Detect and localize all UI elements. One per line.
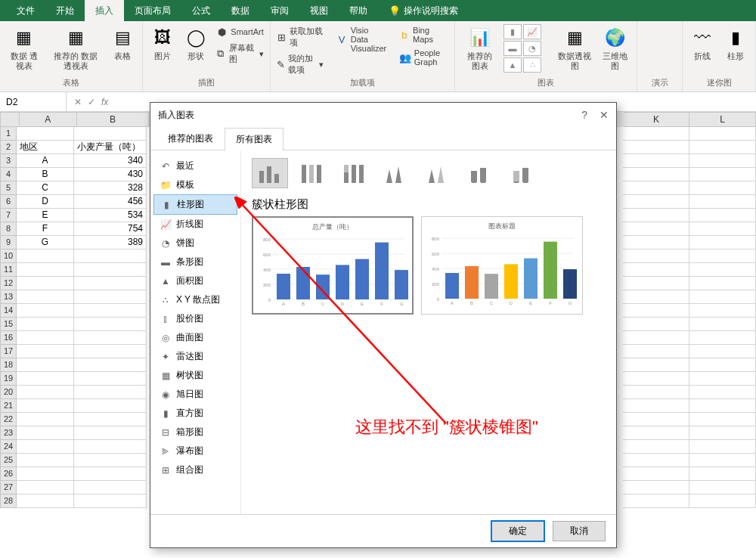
cell[interactable] bbox=[17, 467, 74, 481]
row-header-13[interactable]: 13 bbox=[0, 290, 17, 304]
cell-region[interactable]: G bbox=[17, 236, 74, 250]
rec-pivot-button[interactable]: ▦推荐的 数据透视表 bbox=[47, 24, 105, 73]
cell[interactable] bbox=[689, 127, 756, 141]
tab-review[interactable]: 审阅 bbox=[260, 0, 299, 22]
cell[interactable] bbox=[689, 467, 756, 481]
help-icon[interactable]: ? bbox=[581, 109, 587, 121]
row-header-12[interactable]: 12 bbox=[0, 277, 17, 290]
cell-value[interactable]: 340 bbox=[74, 154, 147, 168]
cell[interactable] bbox=[689, 345, 756, 358]
cell[interactable] bbox=[74, 250, 147, 263]
subtype-3[interactable] bbox=[379, 158, 415, 188]
category-5[interactable]: ▬条形图 bbox=[153, 253, 237, 271]
visio-button[interactable]: VVisio Data Visualizer bbox=[334, 24, 389, 54]
cell[interactable] bbox=[74, 481, 147, 494]
cell[interactable] bbox=[623, 181, 689, 195]
category-0[interactable]: ↶最近 bbox=[153, 157, 237, 175]
cell-header-value[interactable]: 小麦产量（吨） bbox=[74, 141, 147, 154]
chart-scatter-icon[interactable]: ∴ bbox=[523, 57, 541, 73]
cell[interactable] bbox=[74, 399, 147, 413]
cell-header-region[interactable]: 地区 bbox=[17, 141, 74, 154]
row-header-16[interactable]: 16 bbox=[0, 331, 17, 345]
cell[interactable] bbox=[17, 277, 74, 290]
cell[interactable] bbox=[623, 426, 689, 440]
cell[interactable] bbox=[689, 168, 756, 181]
get-addins-button[interactable]: ⊞获取加载项 bbox=[275, 24, 326, 50]
people-graph-button[interactable]: 👥People Graph bbox=[398, 47, 450, 68]
cell[interactable] bbox=[74, 345, 147, 358]
cell[interactable] bbox=[17, 481, 74, 494]
category-3[interactable]: 📈折线图 bbox=[153, 215, 237, 234]
cell-region[interactable]: A bbox=[17, 154, 74, 168]
cell[interactable] bbox=[74, 426, 147, 440]
picture-button[interactable]: 🖼图片 bbox=[147, 24, 178, 63]
subtype-2[interactable] bbox=[336, 158, 373, 188]
tab-insert[interactable]: 插入 bbox=[85, 0, 124, 22]
cell[interactable] bbox=[623, 168, 689, 181]
row-header-21[interactable]: 21 bbox=[0, 399, 17, 413]
row-header-7[interactable]: 7 bbox=[0, 209, 17, 222]
cell[interactable] bbox=[17, 250, 74, 263]
cell[interactable] bbox=[623, 481, 689, 494]
category-14[interactable]: ⊟箱形图 bbox=[153, 423, 237, 442]
chart-area-icon[interactable]: ▲ bbox=[503, 57, 522, 73]
pivot-chart-button[interactable]: ▦数据透视图 bbox=[555, 24, 594, 73]
cell[interactable] bbox=[74, 494, 147, 508]
cell[interactable] bbox=[74, 263, 147, 277]
col-header-L[interactable]: L bbox=[689, 112, 756, 127]
cell[interactable] bbox=[17, 345, 74, 358]
cell[interactable] bbox=[689, 263, 756, 277]
row-header-22[interactable]: 22 bbox=[0, 413, 17, 426]
row-header-3[interactable]: 3 bbox=[0, 154, 17, 168]
map3d-button[interactable]: 🌍三维地 图 bbox=[597, 24, 632, 73]
category-8[interactable]: ⫿股价图 bbox=[153, 309, 237, 328]
cell[interactable] bbox=[623, 318, 689, 331]
cell-region[interactable]: E bbox=[17, 209, 74, 222]
rec-charts-button[interactable]: 📊推荐的 图表 bbox=[460, 24, 501, 73]
cell-value[interactable]: 430 bbox=[74, 168, 147, 181]
cell[interactable] bbox=[623, 331, 689, 345]
cell[interactable] bbox=[689, 290, 756, 304]
cell[interactable] bbox=[623, 141, 689, 154]
cell[interactable] bbox=[74, 454, 147, 467]
ok-button[interactable]: 确定 bbox=[491, 520, 545, 542]
cell-value[interactable]: 328 bbox=[74, 181, 147, 195]
cell[interactable] bbox=[623, 467, 689, 481]
category-15[interactable]: ⫸瀑布图 bbox=[153, 442, 237, 460]
cell[interactable] bbox=[689, 304, 756, 318]
cell[interactable] bbox=[74, 318, 147, 331]
select-all-corner[interactable] bbox=[0, 112, 20, 127]
tab-recommended[interactable]: 推荐的图表 bbox=[156, 127, 225, 150]
chart-hbar-icon[interactable]: ▬ bbox=[503, 41, 522, 56]
cell[interactable] bbox=[17, 413, 74, 426]
name-box[interactable]: D2 bbox=[0, 92, 67, 111]
row-header-26[interactable]: 26 bbox=[0, 467, 17, 481]
category-1[interactable]: 📁模板 bbox=[153, 175, 237, 194]
cell[interactable] bbox=[17, 494, 74, 508]
category-9[interactable]: ◎曲面图 bbox=[153, 328, 237, 347]
cell[interactable] bbox=[17, 331, 74, 345]
cell[interactable] bbox=[623, 250, 689, 263]
tab-view[interactable]: 视图 bbox=[299, 0, 339, 22]
pivot-table-button[interactable]: ▦数据 透视表 bbox=[5, 24, 44, 73]
cell[interactable] bbox=[17, 399, 74, 413]
cell[interactable] bbox=[17, 127, 74, 141]
cell-region[interactable]: C bbox=[17, 181, 74, 195]
cell[interactable] bbox=[74, 331, 147, 345]
cell[interactable] bbox=[623, 209, 689, 222]
cell[interactable] bbox=[74, 467, 147, 481]
cell-region[interactable]: D bbox=[17, 195, 74, 209]
category-10[interactable]: ✦雷达图 bbox=[153, 347, 237, 366]
cell[interactable] bbox=[17, 386, 74, 399]
cell[interactable] bbox=[623, 263, 689, 277]
col-header-A[interactable]: A bbox=[20, 112, 77, 127]
cell[interactable] bbox=[623, 127, 689, 141]
cell[interactable] bbox=[74, 304, 147, 318]
tab-help[interactable]: 帮助 bbox=[339, 0, 378, 22]
row-header-1[interactable]: 1 bbox=[0, 127, 17, 141]
cell[interactable] bbox=[689, 195, 756, 209]
cell[interactable] bbox=[623, 399, 689, 413]
row-header-15[interactable]: 15 bbox=[0, 318, 17, 331]
row-header-10[interactable]: 10 bbox=[0, 250, 17, 263]
category-7[interactable]: ∴X Y 散点图 bbox=[153, 290, 237, 309]
